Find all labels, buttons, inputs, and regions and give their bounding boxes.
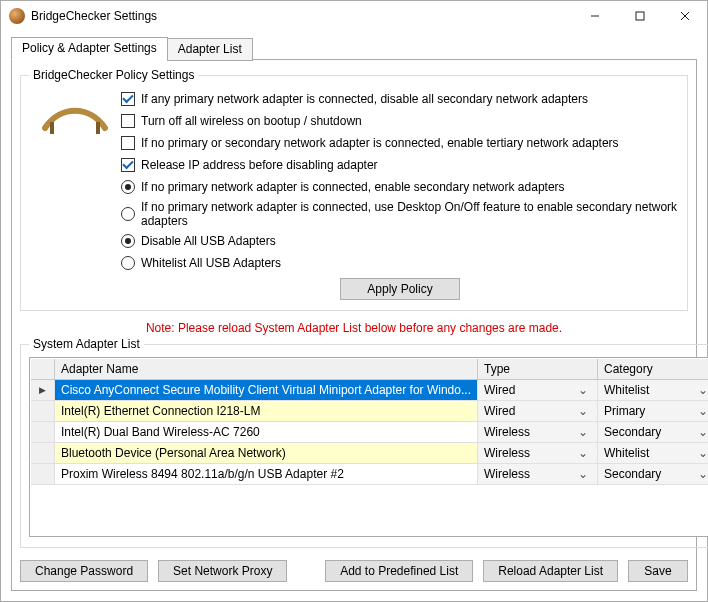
table-row[interactable]: Proxim Wireless 8494 802.11a/b/g/n USB A…	[31, 464, 708, 485]
reload-note: Note: Please reload System Adapter List …	[20, 315, 688, 337]
grid-header-category[interactable]: Category	[598, 359, 708, 380]
checkbox-enable-tertiary[interactable]	[121, 136, 135, 150]
change-password-button[interactable]: Change Password	[20, 560, 148, 582]
tabstrip: Policy & Adapter Settings Adapter List	[11, 37, 697, 60]
checkbox-release-ip[interactable]	[121, 158, 135, 172]
row-handle	[31, 422, 55, 443]
policy-settings-group: BridgeChecker Policy Settings If any pri…	[20, 68, 688, 311]
adapter-category-combo[interactable]: Whitelist⌄	[598, 443, 708, 464]
table-row[interactable]: Intel(R) Dual Band Wireless-AC 7260Wirel…	[31, 422, 708, 443]
adapter-type-combo[interactable]: Wireless⌄	[478, 422, 598, 443]
minimize-button[interactable]	[572, 1, 617, 31]
radio-whitelist-usb[interactable]	[121, 256, 135, 270]
grid-header-type[interactable]: Type	[478, 359, 598, 380]
row-handle	[31, 443, 55, 464]
radio-desktop-onoff[interactable]	[121, 207, 135, 221]
label-enable-tertiary: If no primary or secondary network adapt…	[141, 136, 619, 150]
adapter-name-cell[interactable]: Cisco AnyConnect Secure Mobility Client …	[55, 380, 478, 401]
table-row[interactable]: Bluetooth Device (Personal Area Network)…	[31, 443, 708, 464]
policy-settings-legend: BridgeChecker Policy Settings	[29, 68, 198, 82]
grid-header-handle	[31, 359, 55, 380]
app-window: BridgeChecker Settings Policy & Adapter …	[0, 0, 708, 602]
adapter-type-combo[interactable]: Wired⌄	[478, 401, 598, 422]
system-adapter-list-group: System Adapter List Adapter Name Type Ca…	[20, 337, 708, 548]
save-button[interactable]: Save	[628, 560, 688, 582]
reload-adapter-list-button[interactable]: Reload Adapter List	[483, 560, 618, 582]
label-disable-secondary: If any primary network adapter is connec…	[141, 92, 588, 106]
chevron-down-icon: ⌄	[695, 446, 708, 460]
adapter-category-combo[interactable]: Whitelist⌄	[598, 380, 708, 401]
chevron-down-icon: ⌄	[575, 425, 591, 439]
chevron-down-icon: ⌄	[695, 467, 708, 481]
chevron-down-icon: ⌄	[575, 467, 591, 481]
label-whitelist-usb: Whitelist All USB Adapters	[141, 256, 281, 270]
tab-adapter-list[interactable]: Adapter List	[167, 38, 253, 61]
tab-policy-adapter-settings[interactable]: Policy & Adapter Settings	[11, 37, 168, 60]
bottom-toolbar: Change Password Set Network Proxy Add to…	[20, 552, 688, 582]
window-title: BridgeChecker Settings	[31, 9, 157, 23]
chevron-down-icon: ⌄	[695, 383, 708, 397]
tab-page: BridgeChecker Policy Settings If any pri…	[11, 59, 697, 591]
adapter-name-cell[interactable]: Intel(R) Ethernet Connection I218-LM	[55, 401, 478, 422]
system-adapter-list-legend: System Adapter List	[29, 337, 144, 351]
titlebar: BridgeChecker Settings	[1, 1, 707, 31]
row-handle	[31, 464, 55, 485]
adapter-name-cell[interactable]: Proxim Wireless 8494 802.11a/b/g/n USB A…	[55, 464, 478, 485]
adapter-type-combo[interactable]: Wireless⌄	[478, 443, 598, 464]
chevron-down-icon: ⌄	[695, 425, 708, 439]
row-handle	[31, 401, 55, 422]
adapter-name-cell[interactable]: Bluetooth Device (Personal Area Network)	[55, 443, 478, 464]
radio-disable-usb[interactable]	[121, 234, 135, 248]
chevron-down-icon: ⌄	[575, 383, 591, 397]
add-to-predefined-list-button[interactable]: Add to Predefined List	[325, 560, 473, 582]
radio-enable-secondary[interactable]	[121, 180, 135, 194]
close-button[interactable]	[662, 1, 707, 31]
adapter-type-combo[interactable]: Wired⌄	[478, 380, 598, 401]
chevron-down-icon: ⌄	[575, 446, 591, 460]
adapter-type-combo[interactable]: Wireless⌄	[478, 464, 598, 485]
chevron-down-icon: ⌄	[695, 404, 708, 418]
set-network-proxy-button[interactable]: Set Network Proxy	[158, 560, 287, 582]
label-turn-off-wireless: Turn off all wireless on bootup / shutdo…	[141, 114, 362, 128]
label-enable-secondary: If no primary network adapter is connect…	[141, 180, 565, 194]
checkbox-turn-off-wireless[interactable]	[121, 114, 135, 128]
maximize-button[interactable]	[617, 1, 662, 31]
label-desktop-onoff: If no primary network adapter is connect…	[141, 200, 679, 228]
adapter-category-combo[interactable]: Primary⌄	[598, 401, 708, 422]
bridge-icon	[29, 88, 121, 300]
label-release-ip: Release IP address before disabling adap…	[141, 158, 378, 172]
chevron-down-icon: ⌄	[575, 404, 591, 418]
app-icon	[9, 8, 25, 24]
table-row[interactable]: Intel(R) Ethernet Connection I218-LMWire…	[31, 401, 708, 422]
grid-header-name[interactable]: Adapter Name	[55, 359, 478, 380]
adapter-category-combo[interactable]: Secondary⌄	[598, 422, 708, 443]
svg-rect-1	[636, 12, 644, 20]
apply-policy-button[interactable]: Apply Policy	[340, 278, 460, 300]
table-row[interactable]: Cisco AnyConnect Secure Mobility Client …	[31, 380, 708, 401]
adapter-category-combo[interactable]: Secondary⌄	[598, 464, 708, 485]
label-disable-usb: Disable All USB Adapters	[141, 234, 276, 248]
adapter-grid[interactable]: Adapter Name Type Category Cisco AnyConn…	[29, 357, 708, 537]
checkbox-disable-secondary[interactable]	[121, 92, 135, 106]
adapter-name-cell[interactable]: Intel(R) Dual Band Wireless-AC 7260	[55, 422, 478, 443]
row-handle	[31, 380, 55, 401]
